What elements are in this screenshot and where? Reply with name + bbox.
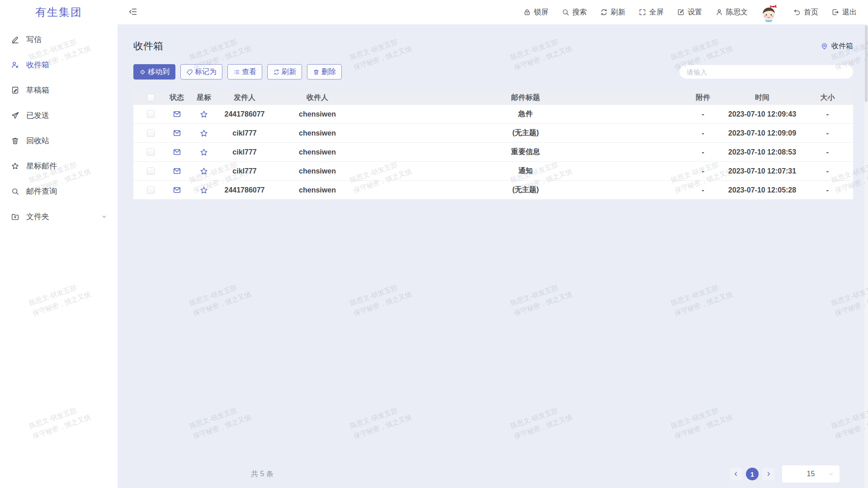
- topbar-item-search[interactable]: 搜索: [561, 8, 587, 17]
- table-row[interactable]: 2441786077 chensiwen 急件 - 2023-07-10 12:…: [133, 105, 853, 124]
- select-all-checkbox[interactable]: [147, 94, 155, 102]
- total-count: 共 5 条: [251, 469, 274, 479]
- column-header: 邮件标题: [368, 93, 684, 103]
- trash-icon: [11, 136, 19, 145]
- toolbar-buttons: 移动到标记为查看刷新删除: [133, 64, 347, 80]
- star-icon[interactable]: [199, 148, 208, 157]
- column-header: 大小: [802, 93, 853, 103]
- star-icon[interactable]: [199, 167, 208, 176]
- topbar-menu-session: 首页退出: [780, 0, 857, 24]
- chevron-left-icon: [733, 471, 739, 477]
- cell-attachment: -: [684, 110, 722, 118]
- sidebar-item-folders[interactable]: 文件夹: [0, 204, 118, 229]
- cell-size: -: [802, 110, 853, 118]
- button-label: 刷新: [282, 67, 296, 77]
- cell-size: -: [802, 129, 853, 137]
- search-icon: [561, 8, 570, 16]
- view-button[interactable]: 查看: [227, 64, 262, 80]
- row-checkbox[interactable]: [147, 148, 155, 156]
- drafts-icon: [11, 86, 19, 94]
- search-input[interactable]: [679, 65, 853, 79]
- topbar-item-lock[interactable]: 锁屏: [523, 8, 548, 17]
- mail-table: 状态星标发件人收件人邮件标题附件时间大小 2441786077 chensiwe…: [133, 90, 853, 200]
- topbar-item-username[interactable]: 陈思文: [715, 8, 748, 17]
- topbar-item-label: 首页: [804, 8, 818, 17]
- sidebar-item-sent[interactable]: 已发送: [0, 103, 118, 128]
- row-checkbox[interactable]: [147, 186, 155, 194]
- sidebar-item-label: 收件箱: [26, 60, 49, 70]
- breadcrumb: 收件箱: [821, 42, 853, 51]
- page-title: 收件箱: [133, 39, 163, 53]
- cell-attachment: -: [684, 186, 722, 194]
- topbar-item-refresh[interactable]: 刷新: [600, 8, 625, 17]
- scrollbar-thumb[interactable]: [865, 25, 868, 102]
- sidebar-item-compose[interactable]: 写信: [0, 27, 118, 52]
- sidebar-item-trash[interactable]: 回收站: [0, 128, 118, 153]
- mark-button[interactable]: 标记为: [180, 64, 222, 80]
- page-size-select[interactable]: 15: [782, 465, 840, 483]
- star-icon[interactable]: [199, 186, 208, 195]
- cell-time: 2023-07-10 12:05:28: [722, 186, 802, 194]
- sidebar-item-mailquery[interactable]: 邮件查询: [0, 178, 118, 204]
- row-checkbox[interactable]: [147, 167, 155, 175]
- cell-recipient: chensiwen: [267, 129, 368, 137]
- scrollbar[interactable]: [864, 24, 868, 488]
- envelope-icon: [173, 167, 181, 175]
- row-checkbox[interactable]: [147, 129, 155, 137]
- select-all-cell: [133, 94, 168, 102]
- topbar-item-label: 搜索: [572, 8, 587, 17]
- user-avatar[interactable]: [759, 1, 780, 23]
- table-body: 2441786077 chensiwen 急件 - 2023-07-10 12:…: [133, 105, 853, 200]
- table-row[interactable]: 2441786077 chensiwen (无主题) - 2023-07-10 …: [133, 181, 853, 200]
- next-page-button[interactable]: [762, 468, 775, 480]
- cell-sender: cikl777: [222, 148, 267, 156]
- sidebar-item-label: 文件夹: [26, 211, 49, 222]
- row-checkbox[interactable]: [147, 110, 155, 118]
- sidebar-item-label: 已发送: [26, 110, 49, 121]
- cell-attachment: -: [684, 148, 722, 156]
- cell-sender: 2441786077: [222, 186, 267, 194]
- topbar-item-home[interactable]: 首页: [793, 8, 818, 17]
- star-icon[interactable]: [199, 110, 208, 119]
- prev-page-button[interactable]: [730, 468, 742, 480]
- button-label: 查看: [242, 67, 256, 77]
- table-row[interactable]: cikl777 chensiwen 通知 - 2023-07-10 12:07:…: [133, 162, 853, 181]
- topbar-item-settings[interactable]: 设置: [677, 8, 702, 17]
- sidebar-item-inbox[interactable]: 收件箱: [0, 52, 118, 77]
- page-size-value: 15: [807, 470, 815, 478]
- button-label: 移动到: [148, 67, 170, 77]
- sidebar-item-drafts[interactable]: 草稿箱: [0, 77, 118, 103]
- table-row[interactable]: cikl777 chensiwen (无主题) - 2023-07-10 12:…: [133, 124, 853, 143]
- cell-recipient: chensiwen: [267, 110, 368, 118]
- view-icon: [233, 69, 240, 75]
- cell-sender: 2441786077: [222, 110, 267, 118]
- fullscreen-icon: [638, 8, 646, 16]
- page-number[interactable]: 1: [746, 468, 759, 480]
- cell-recipient: chensiwen: [267, 148, 368, 156]
- column-header: 时间: [722, 93, 802, 103]
- chevron-right-icon: [765, 471, 772, 477]
- cell-subject: 重要信息: [368, 147, 684, 157]
- move-button[interactable]: 移动到: [133, 64, 175, 80]
- delete-button[interactable]: 删除: [307, 64, 342, 80]
- sidebar-item-starred[interactable]: 星标邮件: [0, 153, 118, 178]
- pin-icon: [821, 42, 828, 50]
- lock-icon: [523, 8, 531, 16]
- table-row[interactable]: cikl777 chensiwen 重要信息 - 2023-07-10 12:0…: [133, 143, 853, 162]
- cell-recipient: chensiwen: [267, 167, 368, 175]
- cell-size: -: [802, 167, 853, 175]
- table-header-row: 状态星标发件人收件人邮件标题附件时间大小: [133, 90, 853, 105]
- column-header: 发件人: [222, 93, 267, 103]
- cell-attachment: -: [684, 167, 722, 175]
- envelope-icon: [173, 148, 181, 156]
- home-icon: [793, 8, 801, 16]
- collapse-sidebar-icon[interactable]: [127, 6, 139, 18]
- refresh-icon: [600, 8, 608, 16]
- button-label: 标记为: [195, 67, 217, 77]
- topbar-item-logout[interactable]: 退出: [831, 8, 857, 17]
- topbar-item-fullscreen[interactable]: 全屏: [638, 8, 664, 17]
- settings-icon: [677, 8, 685, 16]
- chevron-down-icon: [101, 213, 108, 220]
- star-icon[interactable]: [199, 129, 208, 138]
- refresh-button[interactable]: 刷新: [267, 64, 302, 80]
